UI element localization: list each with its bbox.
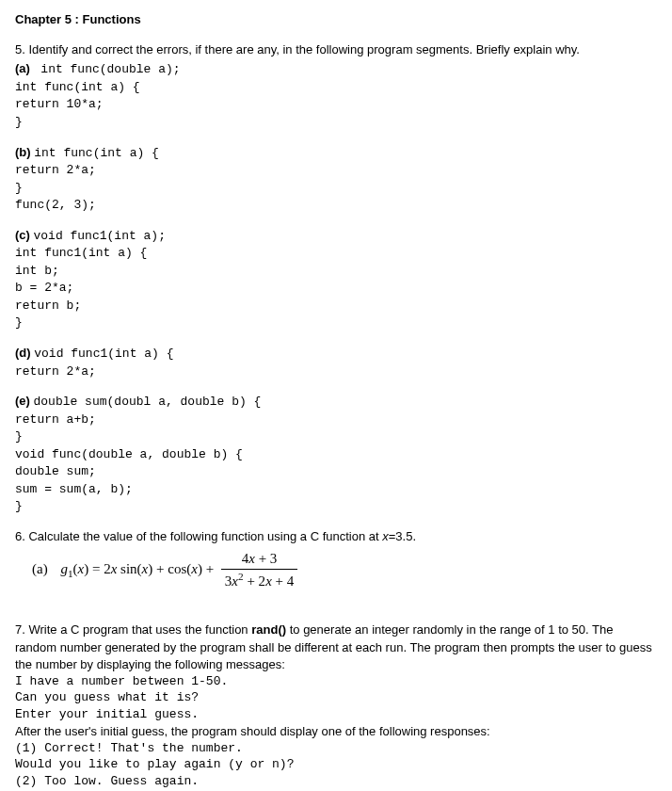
p6-prompt-prefix: 6. Calculate the value of the following … [15,529,382,543]
close-plus: ) + [198,561,217,576]
plus-cos: ) + cos( [148,561,191,576]
den-x2: x [265,573,272,589]
code-5b: int func(int a) { return 2*a; } func(2, … [15,146,159,213]
problem-6: 6. Calculate the value of the following … [15,528,657,591]
p7-msg3: Enter your initial guess. [15,706,657,723]
problem-5e: (e) double sum(doubl a, double b) { retu… [15,393,657,515]
code-5a: int func(double a); int func(int a) { re… [15,62,181,129]
cos-arg: x [191,561,198,576]
p6-prompt-suffix: =3.5. [389,529,416,543]
p7-resp3: (2) Too low. Guess again. [15,773,657,790]
p7-rand: rand() [251,622,286,637]
code-5c: void func1(int a); int func1(int a) { in… [15,229,166,331]
code-5d: void func1(int a) { return 2*a; [15,347,173,379]
chapter-title: Chapter 5 : Functions [15,11,657,28]
g-sym: g [60,561,68,576]
frac-den: 3x2 + 2x + 4 [221,570,297,591]
problem-6a-equation: (a) g1(x) = 2x sin(x) + cos(x) + 4x + 3 … [32,549,657,591]
part-6a-label: (a) [32,561,48,576]
part-5b-label: (b) [15,145,31,159]
problem-5-prompt: 5. Identify and correct the errors, if t… [15,41,657,58]
part-5a-label: (a) [15,61,30,75]
p7-resp2: Would you like to play again (y or n)? [15,756,657,773]
p7-msg2: Can you guess what it is? [15,689,657,706]
p7-resp1: (1) Correct! That's the number. [15,740,657,757]
frac-num: 4x + 3 [221,549,297,570]
problem-5d: (d) void func1(int a) { return 2*a; [15,345,657,379]
lhs-close: ) = 2 [84,561,110,576]
problem-5c: (c) void func1(int a); int func1(int a) … [15,227,657,331]
problem-5: 5. Identify and correct the errors, if t… [15,41,657,130]
problem-5a: (a) int func(double a); int func(int a) … [15,60,657,130]
fraction: 4x + 3 3x2 + 2x + 4 [221,549,297,591]
part-5e-label: (e) [15,394,30,408]
p7-msg1: I have a number between 1-50. [15,673,657,690]
p7-line2: After the user's initial guess, the prog… [15,723,657,740]
problem-5b: (b) int func(int a) { return 2*a; } func… [15,144,657,214]
num-b: + 3 [255,551,277,566]
p7-intro: 7. Write a C program that uses the funct… [15,622,657,673]
p7-line1a: 7. Write a C program that uses the funct… [15,622,251,637]
den-b: + 2 [244,573,265,589]
part-5c-label: (c) [15,228,30,242]
sinx: sin( [117,561,141,576]
code-5e: double sum(doubl a, double b) { return a… [15,395,261,513]
num-x: x [248,551,255,566]
den-c: + 4 [272,573,294,589]
problem-7: 7. Write a C program that uses the funct… [15,622,657,791]
part-5d-label: (d) [15,346,31,360]
problem-6-prompt: 6. Calculate the value of the following … [15,528,657,545]
